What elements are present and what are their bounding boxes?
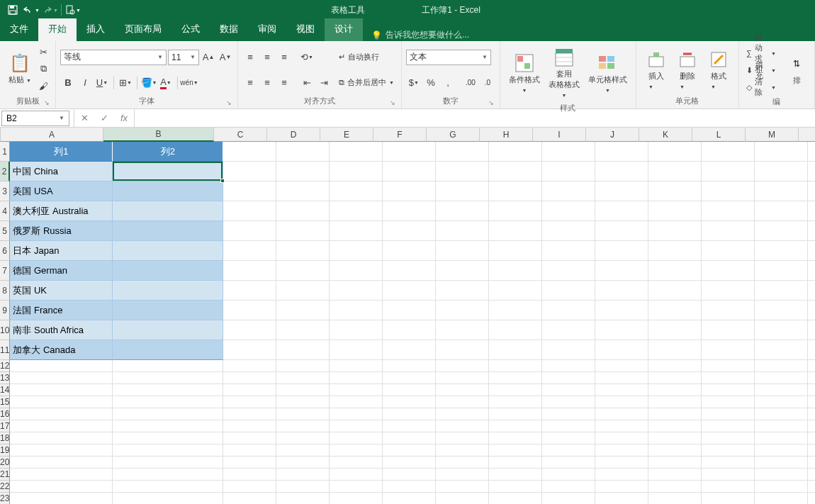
cell[interactable]	[489, 408, 542, 420]
cell[interactable]	[595, 396, 648, 408]
cell[interactable]	[113, 301, 223, 320]
cell[interactable]	[276, 444, 330, 457]
cell[interactable]	[542, 432, 595, 444]
underline-button[interactable]: U▼	[94, 75, 110, 91]
cell[interactable]	[595, 372, 648, 384]
cell[interactable]	[808, 457, 815, 469]
cell[interactable]	[276, 142, 330, 162]
cell[interactable]	[436, 261, 489, 281]
cell[interactable]	[702, 340, 755, 360]
cell[interactable]	[436, 372, 489, 384]
row-header[interactable]: 8	[0, 281, 10, 301]
cell[interactable]	[702, 320, 755, 340]
cell[interactable]	[276, 340, 330, 360]
cell[interactable]	[330, 241, 383, 261]
cell[interactable]	[755, 469, 808, 481]
cell[interactable]	[330, 281, 383, 301]
cell[interactable]	[755, 481, 808, 493]
cell[interactable]	[383, 281, 436, 301]
cell[interactable]	[113, 241, 223, 261]
decrease-decimal-button[interactable]: .0	[480, 75, 495, 91]
cell[interactable]	[702, 221, 755, 241]
cell[interactable]	[223, 408, 276, 420]
cell[interactable]	[276, 221, 330, 241]
cell[interactable]	[113, 432, 223, 444]
cell[interactable]	[276, 384, 330, 396]
cell[interactable]	[330, 408, 383, 420]
cell[interactable]	[808, 432, 815, 444]
cell[interactable]	[489, 420, 542, 432]
orientation-button[interactable]: ⟲▼	[299, 50, 315, 65]
cell[interactable]	[702, 420, 755, 432]
cell[interactable]	[276, 301, 330, 320]
align-top-button[interactable]: ≡	[242, 50, 258, 65]
cell[interactable]	[648, 241, 702, 261]
cell[interactable]	[436, 481, 489, 493]
launcher-icon[interactable]: ↘	[488, 99, 494, 106]
merge-center-button[interactable]: ⧉合并后居中▼	[336, 75, 397, 91]
cell[interactable]	[436, 457, 489, 469]
cell[interactable]	[223, 372, 276, 384]
column-header[interactable]: H	[480, 128, 533, 142]
cell[interactable]	[436, 340, 489, 360]
cell[interactable]	[330, 142, 383, 162]
cell[interactable]	[436, 432, 489, 444]
autosum-button[interactable]: ∑自动求和 ▼	[743, 45, 779, 61]
cell[interactable]	[489, 162, 542, 181]
cell[interactable]	[276, 320, 330, 340]
cell[interactable]	[113, 221, 223, 241]
cell[interactable]	[10, 396, 113, 408]
borders-button[interactable]: ⊞▼	[118, 75, 133, 91]
cell[interactable]	[436, 241, 489, 261]
cell[interactable]	[276, 281, 330, 301]
cell[interactable]	[542, 340, 595, 360]
cell[interactable]	[436, 201, 489, 221]
row-header[interactable]: 11	[0, 340, 10, 360]
column-header[interactable]: K	[639, 128, 692, 142]
cell[interactable]	[113, 444, 223, 457]
cell[interactable]	[276, 481, 330, 493]
cell[interactable]	[489, 384, 542, 396]
cell[interactable]	[330, 162, 383, 181]
row-header[interactable]: 15	[0, 396, 10, 408]
cell[interactable]	[436, 493, 489, 504]
cell[interactable]	[648, 340, 702, 360]
insert-function-button[interactable]: fx	[114, 110, 134, 127]
cell[interactable]	[542, 301, 595, 320]
cell[interactable]	[383, 408, 436, 420]
cell[interactable]	[808, 493, 815, 504]
spreadsheet-grid[interactable]: ABCDEFGHIJKLMN 1234567891011121314151617…	[0, 128, 815, 504]
cell[interactable]	[755, 142, 808, 162]
cell[interactable]	[383, 444, 436, 457]
cell[interactable]	[223, 384, 276, 396]
cell[interactable]	[542, 261, 595, 281]
cell[interactable]	[276, 372, 330, 384]
cell[interactable]	[223, 432, 276, 444]
cell[interactable]	[113, 469, 223, 481]
cell[interactable]	[542, 360, 595, 372]
wrap-text-button[interactable]: ↵自动换行	[336, 50, 397, 65]
cell[interactable]	[276, 360, 330, 372]
fill-handle[interactable]	[220, 179, 225, 183]
cell[interactable]	[808, 408, 815, 420]
cell[interactable]	[223, 493, 276, 504]
fill-button[interactable]: ⬇填充 ▼	[743, 62, 779, 78]
cell[interactable]	[223, 142, 276, 162]
format-painter-button[interactable]: 🖌	[35, 78, 51, 94]
cell[interactable]	[113, 481, 223, 493]
cell[interactable]	[808, 241, 815, 261]
cell[interactable]	[330, 493, 383, 504]
tab-formulas[interactable]: 公式	[172, 18, 210, 41]
cell[interactable]	[223, 420, 276, 432]
cell[interactable]	[595, 408, 648, 420]
cell[interactable]	[489, 261, 542, 281]
cell[interactable]	[595, 320, 648, 340]
cell[interactable]	[808, 162, 815, 181]
cell[interactable]	[383, 384, 436, 396]
cell[interactable]	[808, 396, 815, 408]
cell[interactable]	[330, 360, 383, 372]
save-icon[interactable]	[4, 1, 21, 18]
cell[interactable]	[595, 181, 648, 201]
cell[interactable]	[595, 142, 648, 162]
cell[interactable]	[383, 162, 436, 181]
